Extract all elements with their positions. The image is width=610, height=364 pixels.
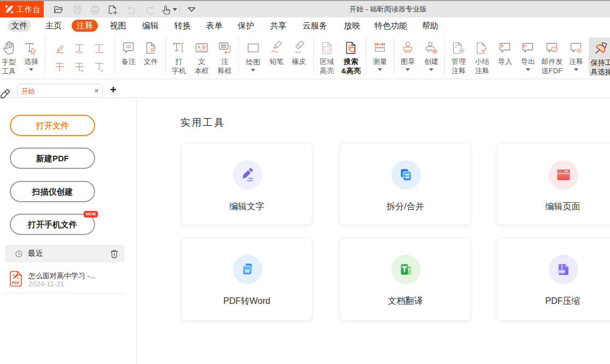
svg-text:PDF: PDF [12, 281, 20, 285]
svg-text:w: w [244, 267, 249, 274]
svg-text:PDF: PDF [559, 270, 565, 273]
